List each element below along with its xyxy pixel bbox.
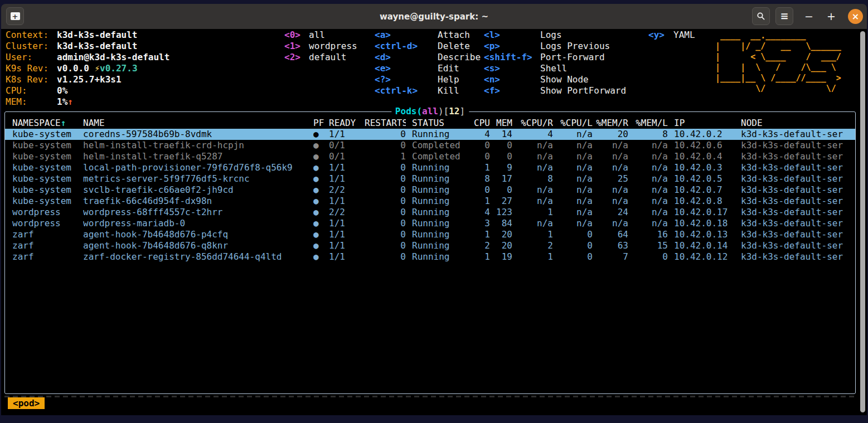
- cell-cpu-r: n/a: [512, 162, 553, 173]
- cell-cpu-l: n/a: [553, 196, 593, 207]
- pf-dot-icon: ●: [313, 162, 329, 173]
- action-hotkey-item: <d>Describe: [375, 52, 481, 63]
- cell-mem: 17: [490, 173, 512, 184]
- cell-ip: 10.42.0.13: [668, 229, 735, 240]
- lightning-icon: ⚡: [94, 63, 100, 74]
- cell-name: wordpress-68fff4557c-t2hrr: [83, 207, 313, 218]
- cell-cpu-l: n/a: [553, 173, 593, 184]
- cell-restarts: 0: [365, 162, 406, 173]
- bottom-dashes-divider: [4, 396, 856, 397]
- cell-mem-r: n/a: [593, 151, 628, 162]
- cell-ready: 1/1: [329, 196, 365, 207]
- cell-ready: 1/1: [329, 129, 365, 140]
- cluster-row: Cluster:k3d-k3s-default: [6, 41, 169, 52]
- header-node: NODE: [735, 118, 855, 129]
- search-button[interactable]: [752, 7, 770, 25]
- pods-table-body: kube-system coredns-597584b69b-8vdmk ● 1…: [5, 129, 855, 262]
- breadcrumb-pod[interactable]: <pod>: [8, 397, 45, 409]
- cell-ready: 1/1: [329, 162, 365, 173]
- namespace-hotkey-item: <0>all: [284, 30, 357, 41]
- header-namespace: NAMESPACE↑: [5, 118, 83, 129]
- cluster-value: k3d-k3s-default: [57, 41, 138, 51]
- namespace-hotkeys: <0>all <1>wordpress <2>default: [284, 30, 357, 63]
- cell-restarts: 0: [365, 129, 406, 140]
- pod-row[interactable]: kube-system svclb-traefik-c66ae0f2-jh9cd…: [5, 184, 855, 196]
- action-hotkey-item: <p>Logs Previous: [484, 41, 626, 52]
- cell-status: Running: [406, 251, 468, 262]
- cell-cpu: 0: [468, 140, 490, 151]
- cell-node: k3d-k3s-default-ser: [735, 129, 855, 140]
- cell-ready: 2/2: [329, 184, 365, 196]
- header-ip: IP: [668, 118, 735, 129]
- action-hotkey-item: <y>YAML: [648, 30, 695, 41]
- cell-namespace: zarf: [5, 229, 83, 240]
- cell-ready: 1/1: [329, 251, 365, 262]
- minimize-button[interactable]: −: [800, 7, 818, 25]
- header-restarts: RESTARTS: [365, 118, 406, 129]
- cell-mem-r: 7: [593, 251, 628, 262]
- cell-ready: 1/1: [329, 173, 365, 184]
- action-hotkeys-col2: <l>Logs <p>Logs Previous <shift-f>Port-F…: [484, 30, 626, 96]
- pod-row[interactable]: kube-system metrics-server-5f9f776df5-kr…: [5, 173, 855, 184]
- cell-ip: 10.42.0.7: [668, 184, 735, 196]
- cell-node: k3d-k3s-default-ser: [735, 229, 855, 240]
- pod-row[interactable]: kube-system local-path-provisioner-79f67…: [5, 162, 855, 173]
- close-icon: ×: [852, 11, 859, 22]
- cell-cpu: 4: [468, 207, 490, 218]
- close-button[interactable]: ×: [848, 9, 863, 24]
- cell-namespace: zarf: [5, 240, 83, 251]
- cell-node: k3d-k3s-default-ser: [735, 151, 855, 162]
- cell-name: wordpress-mariadb-0: [83, 218, 313, 229]
- menu-button[interactable]: ≡: [775, 7, 793, 25]
- cell-mem-l: 16: [628, 229, 668, 240]
- pod-row[interactable]: kube-system coredns-597584b69b-8vdmk ● 1…: [5, 129, 855, 140]
- cell-mem-r: n/a: [593, 196, 628, 207]
- cell-cpu-r: 4: [512, 129, 553, 140]
- cell-cpu-r: 2: [512, 240, 553, 251]
- pod-row[interactable]: zarf agent-hook-7b4648d676-q8knr ● 1/1 0…: [5, 240, 855, 251]
- pf-dot-icon: ●: [313, 140, 329, 151]
- k8s-rev-row: K8s Rev:v1.25.7+k3s1: [6, 74, 169, 85]
- action-hotkey-item: <e>Edit: [375, 63, 481, 74]
- cluster-info-panel: Context:k3d-k3s-default Cluster:k3d-k3s-…: [6, 30, 169, 108]
- pod-row[interactable]: wordpress wordpress-68fff4557c-t2hrr ● 2…: [5, 207, 855, 218]
- maximize-button[interactable]: +: [822, 7, 840, 25]
- cell-ip: 10.42.0.5: [668, 173, 735, 184]
- cell-cpu-l: n/a: [553, 184, 593, 196]
- pod-count: 12: [449, 106, 459, 116]
- action-hotkeys-col3: <y>YAML: [648, 30, 695, 41]
- cell-cpu-r: 8: [512, 173, 553, 184]
- mem-row: MEM:1%↑: [6, 96, 169, 108]
- header-cpu: CPU: [468, 118, 490, 129]
- cell-mem: 27: [490, 196, 512, 207]
- pods-table: NAMESPACE↑ NAME PF READY RESTARTS STATUS…: [5, 118, 855, 262]
- pod-row[interactable]: zarf agent-hook-7b4648d676-p4cfq ● 1/1 0…: [5, 229, 855, 240]
- cell-restarts: 0: [365, 173, 406, 184]
- context-row: Context:k3d-k3s-default: [6, 30, 169, 41]
- pod-row[interactable]: kube-system helm-install-traefik-crd-hcp…: [5, 140, 855, 151]
- cell-namespace: wordpress: [5, 218, 83, 229]
- action-hotkeys-col1: <a>Attach <ctrl-d>Delete <d>Describe <e>…: [375, 30, 481, 96]
- cell-mem-l: n/a: [628, 207, 668, 218]
- cell-mem-l: 15: [628, 240, 668, 251]
- terminal-scrollbar[interactable]: [860, 31, 865, 412]
- cell-cpu: 3: [468, 218, 490, 229]
- cell-restarts: 0: [365, 140, 406, 151]
- cell-status: Running: [406, 129, 468, 140]
- action-hotkey-item: <ctrl-d>Delete: [375, 41, 481, 52]
- header-mem-r: %MEM/R: [593, 118, 628, 129]
- namespace-hotkey-item: <2>default: [284, 52, 357, 63]
- cell-status: Running: [406, 240, 468, 251]
- cell-mem: 14: [490, 129, 512, 140]
- cell-mem: 0: [490, 140, 512, 151]
- cell-cpu-l: n/a: [553, 129, 593, 140]
- pod-row[interactable]: kube-system traefik-66c46d954f-dx98n ● 1…: [5, 196, 855, 207]
- pod-row[interactable]: kube-system helm-install-traefik-q5287 ●…: [5, 151, 855, 162]
- cell-cpu-r: 1: [512, 207, 553, 218]
- cell-mem-r: 20: [593, 129, 628, 140]
- pods-table-title: Pods(all)[12]: [391, 106, 469, 117]
- cell-mem: 84: [490, 218, 512, 229]
- pod-row[interactable]: zarf zarf-docker-registry-856dd74644-q4l…: [5, 251, 855, 262]
- cell-status: Running: [406, 184, 468, 196]
- pod-row[interactable]: wordpress wordpress-mariadb-0 ● 1/1 0 Ru…: [5, 218, 855, 229]
